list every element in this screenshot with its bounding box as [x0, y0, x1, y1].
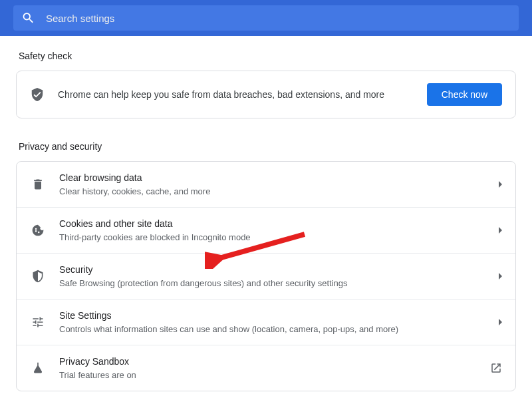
- row-title: Cookies and other site data: [59, 217, 499, 230]
- chevron-right-icon: [499, 227, 502, 234]
- row-body: Clear browsing dataClear history, cookie…: [59, 171, 499, 198]
- safety-check-row: Chrome can help keep you safe from data …: [17, 71, 515, 118]
- row-title: Security: [59, 263, 499, 276]
- safety-check-heading: Safety check: [16, 47, 516, 71]
- privacy-row-shield[interactable]: SecuritySafe Browsing (protection from d…: [17, 253, 515, 299]
- trash-icon: [31, 178, 45, 191]
- row-title: Privacy Sandbox: [59, 355, 490, 368]
- check-now-button[interactable]: Check now: [427, 83, 502, 106]
- chevron-right-icon: [499, 273, 502, 280]
- cookie-icon: [31, 224, 45, 237]
- flask-icon: [31, 361, 45, 375]
- open-external-icon: [490, 362, 502, 374]
- privacy-row-flask[interactable]: Privacy SandboxTrial features are on: [17, 345, 515, 391]
- row-title: Clear browsing data: [59, 171, 499, 184]
- search-bar: [0, 0, 532, 36]
- privacy-row-cookie[interactable]: Cookies and other site dataThird-party c…: [17, 207, 515, 253]
- privacy-card: Clear browsing dataClear history, cookie…: [16, 161, 516, 391]
- privacy-row-tune[interactable]: Site SettingsControls what information s…: [17, 299, 515, 345]
- safety-check-message: Chrome can help keep you safe from data …: [58, 89, 427, 100]
- row-subtitle: Clear history, cookies, cache, and more: [59, 186, 499, 198]
- privacy-row-trash[interactable]: Clear browsing dataClear history, cookie…: [17, 162, 515, 207]
- row-subtitle: Trial features are on: [59, 369, 490, 381]
- search-icon: [21, 11, 35, 25]
- search-input[interactable]: [45, 12, 511, 25]
- row-subtitle: Third-party cookies are blocked in Incog…: [59, 232, 499, 244]
- chevron-right-icon: [499, 181, 502, 188]
- privacy-heading: Privacy and security: [16, 137, 516, 161]
- shield-check-icon: [30, 87, 45, 102]
- row-body: Cookies and other site dataThird-party c…: [59, 217, 499, 244]
- chevron-right-icon: [499, 319, 502, 325]
- tune-icon: [31, 315, 45, 329]
- safety-check-card: Chrome can help keep you safe from data …: [16, 71, 516, 118]
- row-subtitle: Safe Browsing (protection from dangerous…: [59, 278, 499, 290]
- row-body: Site SettingsControls what information s…: [59, 309, 499, 335]
- row-body: Privacy SandboxTrial features are on: [59, 355, 490, 381]
- search-field-container[interactable]: [13, 5, 519, 31]
- row-subtitle: Controls what information sites can use …: [59, 323, 499, 335]
- settings-content: Safety check Chrome can help keep you sa…: [0, 36, 532, 391]
- row-title: Site Settings: [59, 309, 499, 322]
- row-body: SecuritySafe Browsing (protection from d…: [59, 263, 499, 290]
- shield-icon: [31, 270, 45, 283]
